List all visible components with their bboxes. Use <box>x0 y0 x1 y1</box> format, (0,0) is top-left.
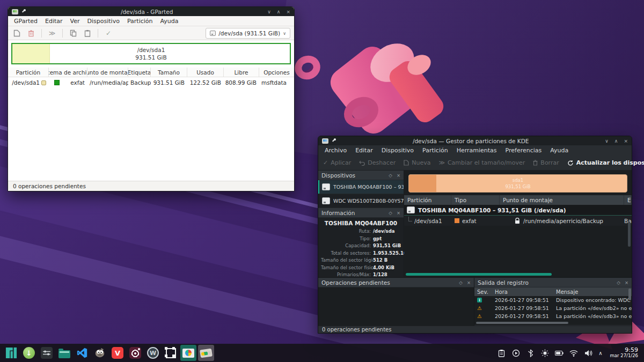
resize-move-button[interactable]: ≫ Cambiar el tamaño/mover <box>438 159 525 166</box>
frame-tool-button[interactable] <box>163 345 179 361</box>
window-title: /dev/sda — Gestor de particiones de KDE <box>340 138 602 144</box>
col-opciones[interactable]: Opciones <box>259 68 294 77</box>
info-label: Ruta: <box>321 228 373 234</box>
horizontal-scrollbar[interactable] <box>404 271 632 277</box>
devices-panel-header: Dispositivos ◇ × <box>318 171 404 180</box>
tray-expand-icon[interactable]: ∧ <box>598 350 602 356</box>
maximize-icon[interactable]: ∧ <box>614 138 618 144</box>
vscode-button[interactable] <box>74 345 90 361</box>
col-sev[interactable]: Sev. <box>474 287 494 296</box>
menu-preferencias[interactable]: Preferencias <box>501 147 546 154</box>
menu-archivo[interactable]: Archivo <box>320 147 351 154</box>
col-sistema-archivos[interactable]: Sistema de archivos <box>49 68 87 77</box>
col-etiqueta[interactable]: Etiqueta <box>128 68 151 77</box>
battery-icon[interactable] <box>555 349 564 357</box>
software-update-button[interactable]: ↓ <box>21 345 37 361</box>
menu-ayuda[interactable]: Ayuda <box>157 18 182 25</box>
new-partition-icon[interactable] <box>12 29 21 38</box>
col-punto-montaje[interactable]: Punto de montaje <box>500 195 624 205</box>
scrollbar-handle[interactable] <box>406 273 552 276</box>
partition-bar-sda1[interactable]: sda1 931,51 GiB <box>408 174 627 193</box>
vertical-scrollbar[interactable] <box>628 289 631 300</box>
menu-editar[interactable]: Editar <box>41 18 67 25</box>
clock[interactable]: 9:59 mar 27/1/26 <box>610 347 638 358</box>
float-panel-icon[interactable]: ◇ <box>389 210 392 216</box>
col-punto-montaje[interactable]: Punto de montaje <box>87 68 128 77</box>
kpm-titlebar[interactable]: /dev/sda — Gestor de particiones de KDE … <box>318 136 632 145</box>
close-panel-icon[interactable]: × <box>397 210 400 216</box>
settings-tweaks-button[interactable] <box>39 345 55 361</box>
copy-icon[interactable] <box>69 29 77 38</box>
pin-icon[interactable] <box>21 9 26 14</box>
log-row[interactable]: ⚠ 2026-01-27 09:58:51 La partición «/dev… <box>474 312 632 320</box>
maximize-icon[interactable]: ∧ <box>277 9 281 14</box>
new-partition-button[interactable]: Nueva <box>404 159 430 166</box>
col-tipo[interactable]: Tipo <box>451 195 500 205</box>
dartboard-app-button[interactable] <box>127 345 143 361</box>
vivaldi-button[interactable]: V <box>109 345 126 361</box>
table-row-sda1[interactable]: /dev/sda1 exfat /run/media/aper... Backu… <box>8 77 294 88</box>
apply-button[interactable]: ✓ Aplicar <box>323 159 351 166</box>
col-etiqueta[interactable]: Etiqueta <box>624 195 632 205</box>
refresh-devices-button[interactable]: Actualizar los dispositivos <box>567 159 644 166</box>
menu-ver[interactable]: Ver <box>67 18 84 25</box>
close-panel-icon[interactable]: × <box>625 280 628 285</box>
bluetooth-icon[interactable] <box>526 349 535 357</box>
pin-icon[interactable] <box>332 138 336 143</box>
float-panel-icon[interactable]: ◇ <box>389 173 392 178</box>
device-item-wdc[interactable]: WDC WDS100T2B0B-00YS70 – 93... <box>318 194 404 208</box>
table-row-sda1[interactable]: /dev/sda1 exfat /run/media/aperricio/Bac… <box>404 216 632 226</box>
vertical-scrollbar[interactable] <box>628 222 631 247</box>
close-icon[interactable]: × <box>624 138 628 144</box>
clipboard-icon[interactable] <box>497 349 506 357</box>
menu-particion[interactable]: Partición <box>418 147 452 154</box>
log-row[interactable]: ⚠ 2026-01-27 09:58:51 La partición «/dev… <box>474 304 632 312</box>
horizontal-scrollbar[interactable] <box>474 320 632 325</box>
gparted-titlebar[interactable]: /dev/sda - GParted ∨ ∧ × <box>8 7 294 16</box>
device-group-row[interactable]: TOSHIBA MQ04ABF100 – 931,51 GiB (/dev/sd… <box>404 205 632 216</box>
delete-button[interactable]: Borrar <box>533 159 559 166</box>
device-item-toshiba[interactable]: TOSHIBA MQ04ABF100 – 931,51 ... <box>318 180 404 194</box>
partition-bar-sda1[interactable]: /dev/sda1 931.51 GiB <box>11 43 291 64</box>
menu-herramientas[interactable]: Herramientas <box>452 147 501 154</box>
float-panel-icon[interactable]: ◇ <box>617 280 620 285</box>
col-particion[interactable]: Partición <box>8 68 49 77</box>
col-particion[interactable]: Partición <box>404 195 451 205</box>
wordpress-button[interactable]: W <box>145 345 161 361</box>
col-libre[interactable]: Libre <box>224 68 259 77</box>
manjaro-menu-button[interactable] <box>3 345 19 361</box>
col-usado[interactable]: Usado <box>187 68 224 77</box>
delete-partition-icon[interactable] <box>27 29 35 38</box>
menu-editar[interactable]: Editar <box>351 147 377 154</box>
wifi-icon[interactable] <box>569 349 578 357</box>
minimize-icon[interactable]: ∨ <box>267 9 271 14</box>
paste-icon[interactable] <box>83 29 92 38</box>
menu-gparted[interactable]: GParted <box>10 18 41 25</box>
col-tamano[interactable]: Tamaño <box>151 68 187 77</box>
apply-operations-icon[interactable]: ✓ <box>104 29 113 38</box>
log-row[interactable]: i 2026-01-27 09:58:51 Dispositivo encont… <box>474 296 632 304</box>
scrollbar-handle[interactable] <box>476 322 568 324</box>
minimize-icon[interactable]: ∨ <box>605 138 609 144</box>
gimp-button[interactable] <box>92 345 108 361</box>
info-severity-icon: i <box>477 298 482 302</box>
file-manager-button[interactable] <box>56 345 72 361</box>
kde-partition-manager-task[interactable] <box>180 345 196 361</box>
resize-move-icon[interactable]: ≫ <box>48 29 56 38</box>
media-player-icon[interactable] <box>511 349 520 357</box>
close-icon[interactable]: × <box>286 9 290 14</box>
brightness-icon[interactable] <box>540 349 549 357</box>
device-selector[interactable]: /dev/sda (931.51 GiB) ∨ <box>206 28 290 39</box>
float-panel-icon[interactable]: ◇ <box>459 280 463 285</box>
menu-ayuda[interactable]: Ayuda <box>546 147 573 154</box>
undo-button[interactable]: Deshacer <box>359 159 396 166</box>
menu-dispositivo[interactable]: Dispositivo <box>84 18 123 25</box>
close-panel-icon[interactable]: × <box>397 173 400 178</box>
volume-icon[interactable] <box>584 349 592 357</box>
close-panel-icon[interactable]: × <box>467 280 471 285</box>
col-hora[interactable]: Hora <box>494 287 554 296</box>
gparted-task[interactable] <box>198 345 214 361</box>
col-mensaje[interactable]: Mensaje <box>554 287 632 296</box>
menu-dispositivo[interactable]: Dispositivo <box>377 147 418 154</box>
menu-particion[interactable]: Partición <box>123 18 157 25</box>
